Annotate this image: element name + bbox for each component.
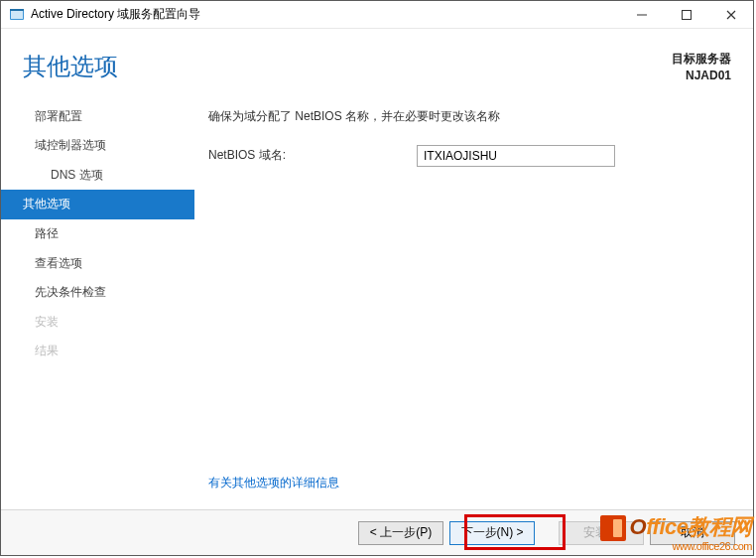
minimize-button[interactable]	[619, 1, 664, 29]
sidebar-item-review-options[interactable]: 查看选项	[1, 249, 194, 279]
close-button[interactable]	[708, 1, 753, 29]
netbios-field-row: NetBIOS 域名:	[208, 145, 733, 167]
window-title: Active Directory 域服务配置向导	[31, 6, 200, 23]
sidebar-item-paths[interactable]: 路径	[1, 219, 194, 249]
wizard-window: Active Directory 域服务配置向导 其他选项 目标服务器 NJAD…	[0, 0, 754, 556]
install-button: 安装(I)	[559, 521, 644, 545]
svg-rect-4	[682, 10, 691, 19]
sidebar-item-deploy-config[interactable]: 部署配置	[1, 102, 194, 132]
sidebar-item-additional-options[interactable]: 其他选项	[1, 190, 194, 219]
footer-bar: < 上一步(P) 下一步(N) > 安装(I) 取消	[1, 509, 753, 555]
header-row: 其他选项 目标服务器 NJAD01	[1, 29, 753, 94]
sidebar-item-results: 结果	[1, 337, 194, 366]
cancel-button[interactable]: 取消	[650, 521, 735, 545]
svg-rect-1	[11, 11, 23, 19]
page-title: 其他选项	[23, 51, 672, 82]
instruction-text: 确保为域分配了 NetBIOS 名称，并在必要时更改该名称	[208, 108, 733, 125]
netbios-input[interactable]	[417, 145, 615, 167]
titlebar: Active Directory 域服务配置向导	[1, 1, 753, 29]
target-server-label: 目标服务器	[672, 51, 731, 68]
content-area: 其他选项 目标服务器 NJAD01 部署配置 域控制器选项 DNS 选项 其他选…	[1, 29, 753, 555]
maximize-button[interactable]	[664, 1, 708, 29]
sidebar-item-dns-options[interactable]: DNS 选项	[1, 161, 194, 191]
sidebar-item-install: 安装	[1, 308, 194, 338]
netbios-label: NetBIOS 域名:	[208, 147, 417, 164]
svg-rect-2	[10, 9, 24, 11]
body-row: 部署配置 域控制器选项 DNS 选项 其他选项 路径 查看选项 先决条件检查 安…	[1, 94, 753, 509]
target-server-name: NJAD01	[672, 68, 731, 84]
previous-button[interactable]: < 上一步(P)	[358, 521, 443, 545]
sidebar: 部署配置 域控制器选项 DNS 选项 其他选项 路径 查看选项 先决条件检查 安…	[1, 94, 194, 509]
next-button[interactable]: 下一步(N) >	[449, 521, 535, 545]
target-server-box: 目标服务器 NJAD01	[672, 51, 731, 84]
app-icon	[9, 7, 25, 23]
svg-rect-3	[637, 14, 647, 15]
sidebar-item-dc-options[interactable]: 域控制器选项	[1, 131, 194, 161]
more-info-link[interactable]: 有关其他选项的详细信息	[208, 475, 733, 491]
sidebar-item-prereq-check[interactable]: 先决条件检查	[1, 278, 194, 308]
main-panel: 确保为域分配了 NetBIOS 名称，并在必要时更改该名称 NetBIOS 域名…	[194, 94, 753, 509]
